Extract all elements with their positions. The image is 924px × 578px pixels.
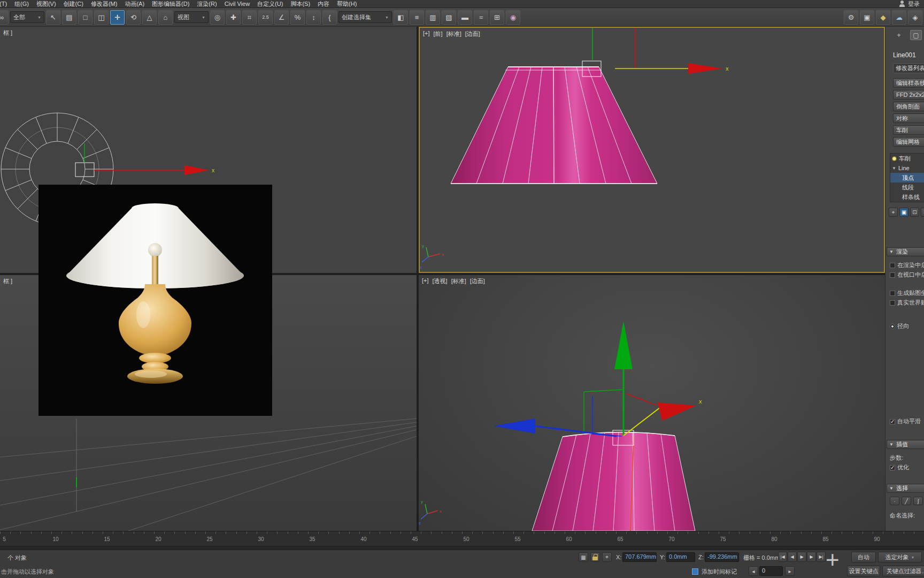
checkbox-生成贴图坐标[interactable]: 生成贴图坐标 <box>890 289 924 297</box>
schematic-view-icon[interactable]: ⊞ <box>490 10 504 25</box>
x-coord-field[interactable]: 707.679mm <box>622 552 657 562</box>
checkbox-icon[interactable] <box>890 291 895 296</box>
select-and-scale-icon[interactable]: △ <box>142 10 157 25</box>
timeline-frame-label[interactable]: 25 <box>206 536 212 542</box>
viewport-label-fragment[interactable]: 框 ] <box>3 29 12 37</box>
timeline-frame-label[interactable]: 30 <box>258 536 264 542</box>
edit-named-selection-sets-icon[interactable]: { <box>322 10 337 25</box>
time-ruler[interactable]: 51015202530354045505560657075808590 <box>0 531 924 546</box>
menu-item[interactable]: 图形编辑器(D) <box>148 0 193 7</box>
timeline-frame-label[interactable]: 85 <box>822 536 828 542</box>
render-in-cloud-icon[interactable]: ☁ <box>892 10 906 25</box>
menu-item[interactable]: 帮助(H) <box>333 0 360 7</box>
set-key-button[interactable]: 设置关键点 <box>847 566 880 576</box>
rollout-header-rendering[interactable]: ▼渲染 <box>887 247 924 256</box>
menu-item[interactable]: 工具(T) <box>0 0 11 7</box>
current-frame-field[interactable]: 0 <box>759 566 783 576</box>
remove-modifier-icon[interactable]: ✕ <box>921 208 924 217</box>
checkbox-真实世界贴图大小[interactable]: 真实世界贴图大小 <box>890 299 924 307</box>
menu-item[interactable]: 内容 <box>314 0 333 7</box>
viewport-menu-edged[interactable]: [边面] <box>465 30 480 38</box>
timeline-frame-label[interactable]: 60 <box>566 536 572 542</box>
timeline-frame-label[interactable]: 10 <box>52 536 58 542</box>
timeline-frame-label[interactable]: 75 <box>720 536 726 542</box>
subobject-buttons[interactable]: ∙╱∫ <box>890 497 923 505</box>
select-object-icon[interactable]: ↖ <box>46 10 60 25</box>
checkbox-icon[interactable] <box>890 272 895 278</box>
snaps-toggle-icon[interactable]: 2.5 <box>258 10 273 25</box>
expand-arrow-icon[interactable]: ▼ <box>892 166 896 171</box>
material-editor-icon[interactable]: ◉ <box>506 10 520 25</box>
selection-filter-dropdown[interactable]: 全部▼ <box>10 11 44 23</box>
rollout-header-interpolation[interactable]: ▼插值 <box>887 440 924 449</box>
modifier-set-button[interactable]: 编辑网格 <box>893 137 924 147</box>
use-pivot-point-center-icon[interactable]: ◎ <box>210 10 225 25</box>
checkbox-icon[interactable] <box>890 465 895 470</box>
previous-frame-button[interactable]: ◀ <box>788 552 797 562</box>
y-coord-field[interactable]: 0.0mm <box>666 552 695 562</box>
stack-row[interactable]: 线段 <box>890 182 924 192</box>
play-button[interactable]: ▶ <box>797 552 806 562</box>
timeline-frame-label[interactable]: 50 <box>463 536 469 542</box>
viewport-menu-general[interactable]: [+] <box>423 30 430 38</box>
timeline-frame-label[interactable]: 35 <box>309 536 315 542</box>
mirror-icon[interactable]: ◧ <box>394 10 408 25</box>
viewport-perspective[interactable]: x x y z [+] [透视] [标准] [边面] <box>419 275 885 531</box>
checkbox-icon[interactable] <box>890 419 895 424</box>
selected-filter-button[interactable]: 选定对象 ▼ <box>878 552 922 562</box>
gizmo-z-arrowhead[interactable] <box>494 419 535 434</box>
keyboard-shortcut-override-icon[interactable]: ⌗ <box>242 10 257 25</box>
next-key-step-icon[interactable]: ▸ <box>785 566 795 576</box>
timeline-frame-label[interactable]: 20 <box>155 536 161 542</box>
timeline-frame-label[interactable]: 55 <box>514 536 520 542</box>
timeline-frame-label[interactable]: 70 <box>668 536 674 542</box>
make-unique-icon[interactable]: ⊡ <box>910 208 919 217</box>
sign-in[interactable]: 登录 <box>899 0 924 8</box>
rollout-header-selection[interactable]: ▼选择 <box>887 484 924 493</box>
key-filters-button[interactable]: 关键点过滤器... <box>882 566 924 576</box>
select-and-rotate-icon[interactable]: ⟲ <box>126 10 141 25</box>
pin-stack-icon[interactable]: ⌖ <box>889 208 898 217</box>
toggle-ribbon-icon[interactable]: ▬ <box>458 10 472 25</box>
modifier-enable-bulb-icon[interactable] <box>892 156 897 161</box>
viewport-label-fragment[interactable]: 框 ] <box>3 277 12 285</box>
menu-item[interactable]: 视图(V) <box>33 0 60 7</box>
checkbox-在渲染中启用[interactable]: 在渲染中启用 <box>890 261 924 269</box>
add-time-tag-button[interactable]: 添加时间标记 <box>702 568 737 576</box>
timeline-frame-label[interactable]: 15 <box>104 536 110 542</box>
align-icon[interactable]: ≡ <box>410 10 424 25</box>
go-to-end-button[interactable]: ▶| <box>817 552 826 562</box>
next-frame-button[interactable]: ▶ <box>807 552 816 562</box>
checkbox-自动平滑[interactable]: 自动平滑 <box>890 417 921 425</box>
checkbox-优化[interactable]: 优化 <box>890 463 909 471</box>
panel-tab-modify[interactable]: ▢ <box>910 30 922 40</box>
radio-径向[interactable]: 径向 <box>890 322 909 330</box>
modifier-set-button[interactable]: 倒角剖面 <box>893 102 924 111</box>
select-and-move-icon[interactable]: ✛ <box>110 10 125 25</box>
timeline-frame-label[interactable]: 45 <box>412 536 418 542</box>
select-and-link-icon[interactable]: ∞ <box>0 10 9 25</box>
curve-editor-icon[interactable]: ≈ <box>474 10 488 25</box>
show-end-result-icon[interactable]: ▣ <box>899 208 908 217</box>
viewport-menu-edged[interactable]: [边面] <box>470 277 485 285</box>
modifier-set-button[interactable]: FFD 2x2x2 <box>893 90 924 100</box>
modifier-list-dropdown[interactable]: 修改器列表 ▼ <box>893 63 924 73</box>
spline-subobject-icon[interactable]: ∫ <box>913 497 923 505</box>
menu-item[interactable]: 动画(A) <box>121 0 148 7</box>
timeline-frame-label[interactable]: 80 <box>771 536 777 542</box>
checkbox-icon[interactable] <box>890 300 895 306</box>
absolute-offset-mode-icon[interactable]: ⌖ <box>602 552 612 562</box>
go-to-start-button[interactable]: |◀ <box>778 552 787 562</box>
window-crossing-icon[interactable]: ◫ <box>94 10 109 25</box>
rectangular-selection-region-icon[interactable]: □ <box>78 10 93 25</box>
z-coord-field[interactable]: -99.236mm <box>705 552 739 562</box>
percent-snap-icon[interactable]: % <box>290 10 305 25</box>
viewport-menu-style[interactable]: [标准] <box>446 30 461 38</box>
menu-item[interactable]: 组(G) <box>11 0 33 7</box>
select-by-name-icon[interactable]: ▤ <box>62 10 76 25</box>
viewport-menu-pov[interactable]: [透视] <box>433 277 448 285</box>
checkbox-在视口中启用[interactable]: 在视口中启用 <box>890 271 924 279</box>
viewport-menu-general[interactable]: [+] <box>422 277 429 285</box>
lampshade-mesh[interactable] <box>532 432 695 531</box>
reference-coordinate-system-dropdown[interactable]: 视图▼ <box>174 11 209 23</box>
